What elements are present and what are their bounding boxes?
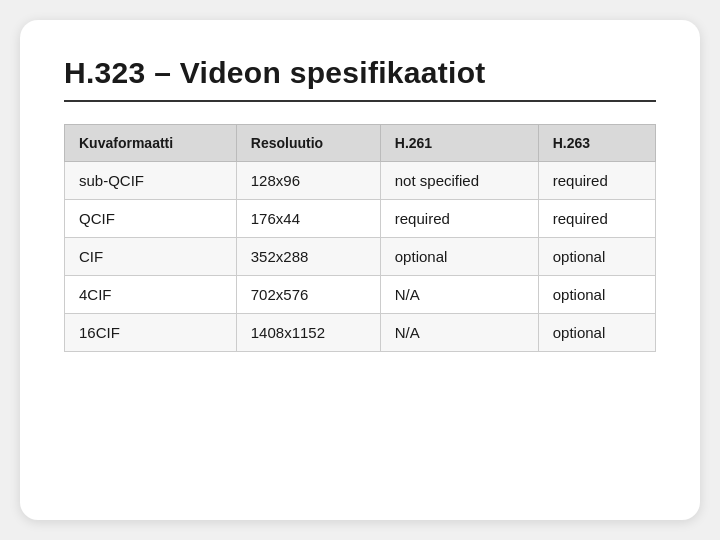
cell-3-3: optional <box>538 276 655 314</box>
specs-table: Kuvaformaatti Resoluutio H.261 H.263 sub… <box>64 124 656 352</box>
slide-title: H.323 – Videon spesifikaatiot <box>64 56 656 90</box>
cell-0-0: sub-QCIF <box>65 162 237 200</box>
cell-2-2: optional <box>380 238 538 276</box>
cell-2-3: optional <box>538 238 655 276</box>
cell-4-3: optional <box>538 314 655 352</box>
title-underline <box>64 100 656 102</box>
cell-4-0: 16CIF <box>65 314 237 352</box>
cell-3-1: 702x576 <box>236 276 380 314</box>
table-row: QCIF176x44requiredrequired <box>65 200 656 238</box>
cell-1-0: QCIF <box>65 200 237 238</box>
table-row: sub-QCIF128x96not specifiedrequired <box>65 162 656 200</box>
cell-1-1: 176x44 <box>236 200 380 238</box>
cell-4-2: N/A <box>380 314 538 352</box>
cell-0-2: not specified <box>380 162 538 200</box>
cell-2-0: CIF <box>65 238 237 276</box>
table-header: Kuvaformaatti Resoluutio H.261 H.263 <box>65 125 656 162</box>
col-header-h263: H.263 <box>538 125 655 162</box>
cell-0-3: required <box>538 162 655 200</box>
col-header-kuvaformaatti: Kuvaformaatti <box>65 125 237 162</box>
table-row: 16CIF1408x1152N/Aoptional <box>65 314 656 352</box>
cell-4-1: 1408x1152 <box>236 314 380 352</box>
cell-3-0: 4CIF <box>65 276 237 314</box>
table-body: sub-QCIF128x96not specifiedrequiredQCIF1… <box>65 162 656 352</box>
cell-0-1: 128x96 <box>236 162 380 200</box>
header-row: Kuvaformaatti Resoluutio H.261 H.263 <box>65 125 656 162</box>
table-row: CIF352x288optionaloptional <box>65 238 656 276</box>
cell-3-2: N/A <box>380 276 538 314</box>
col-header-h261: H.261 <box>380 125 538 162</box>
slide: H.323 – Videon spesifikaatiot Kuvaformaa… <box>20 20 700 520</box>
cell-1-3: required <box>538 200 655 238</box>
table-row: 4CIF702x576N/Aoptional <box>65 276 656 314</box>
cell-2-1: 352x288 <box>236 238 380 276</box>
cell-1-2: required <box>380 200 538 238</box>
col-header-resoluutio: Resoluutio <box>236 125 380 162</box>
